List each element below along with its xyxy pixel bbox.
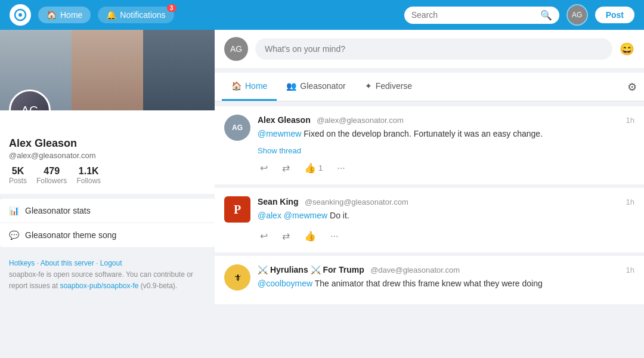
sidebar-item-theme-song[interactable]: 💬 Gleasonator theme song (0, 223, 215, 247)
tab-home[interactable]: 🏠 Home (222, 73, 277, 101)
post-meta-1: Alex Gleason @alex@gleasonator.com (258, 115, 404, 125)
post-item: AG Alex Gleason @alex@gleasonator.com 1h… (215, 106, 644, 184)
repost-button-1[interactable]: ⇄ (280, 160, 292, 176)
home-icon: 🏠 (47, 10, 57, 20)
follows-label: Follows (76, 177, 101, 185)
stat-posts[interactable]: 5K Posts (9, 166, 27, 185)
like-count-1: 1 (318, 163, 323, 172)
post-actions-1: ↩ ⇄ 👍 1 ··· (258, 160, 634, 176)
post-text-1: @mewmew Fixed on the develop branch. For… (258, 128, 634, 140)
more-button-1[interactable]: ··· (335, 161, 347, 176)
chat-icon: 💬 (9, 230, 19, 240)
user-avatar-button[interactable]: AG (566, 4, 588, 26)
fediverse-tab-icon: ✦ (365, 81, 372, 91)
like-button-2[interactable]: 👍 (302, 228, 318, 244)
notifications-badge: 3 (167, 4, 177, 12)
post-avatar-alex[interactable]: AG (224, 115, 250, 141)
post-mention-3[interactable]: @coolboymew (258, 279, 312, 288)
tabs-bar: 🏠 Home 👥 Gleasonator ✦ Fediverse ⚙ (215, 73, 644, 101)
svg-point-1 (18, 13, 22, 17)
gleasonator-tab-label: Gleasonator (300, 81, 345, 91)
chart-icon: 📊 (9, 206, 19, 215)
home-label: Home (60, 10, 82, 20)
post-time-3: 1h (626, 266, 634, 274)
reply-button-1[interactable]: ↩ (258, 160, 270, 176)
post-body-3: ⚔️ Hyrulians ⚔️ For Trump @dave@gleasona… (258, 264, 634, 296)
avatar: AG (568, 5, 587, 24)
followers-value: 479 (36, 166, 67, 177)
more-button-2[interactable]: ··· (328, 229, 340, 244)
tab-gleasonator[interactable]: 👥 Gleasonator (277, 73, 355, 101)
main-content: AG 😄 🏠 Home 👥 Gleasonator ✦ Fediverse ⚙ … (215, 30, 644, 358)
profile-info: Alex Gleason @alex@gleasonator.com 5K Po… (0, 110, 215, 194)
sidebar-item-stats[interactable]: 📊 Gleasonator stats (0, 199, 215, 223)
post-body-text-2: Do it. (330, 211, 349, 220)
post-body-text-1: Fixed on the develop branch. Fortunately… (304, 129, 543, 138)
stat-followers[interactable]: 479 Followers (36, 166, 67, 185)
search-icon: 🔍 (540, 10, 552, 21)
emoji-button[interactable]: 😄 (620, 42, 634, 56)
post-header-2: Sean King @seanking@gleasonator.com 1h (258, 196, 634, 207)
post-mention-2[interactable]: @alex @mewmew (258, 211, 327, 220)
post-avatar-hyrulians[interactable]: 🗡 (224, 264, 250, 291)
post-meta-3: ⚔️ Hyrulians ⚔️ For Trump @dave@gleasona… (258, 264, 460, 275)
footer-suffix: (v0.9-beta). (141, 282, 177, 290)
main-layout: AG Alex Gleason @alex@gleasonator.com 5K… (0, 30, 644, 358)
stats-link-label: Gleasonator stats (25, 206, 91, 215)
about-server-link[interactable]: About this server (41, 259, 94, 267)
banner-photo-3 (143, 30, 215, 110)
posts-label: Posts (9, 177, 27, 185)
bell-icon: 🔔 (106, 10, 116, 20)
post-button[interactable]: Post (595, 7, 634, 23)
post-avatar-sean[interactable]: P (224, 196, 250, 223)
post-item-3: 🗡 ⚔️ Hyrulians ⚔️ For Trump @dave@gleaso… (215, 256, 644, 304)
reply-button-2[interactable]: ↩ (258, 228, 270, 244)
post-item-2: P Sean King @seanking@gleasonator.com 1h… (215, 188, 644, 252)
home-nav-button[interactable]: 🏠 Home (38, 7, 91, 23)
notifications-label: Notifications (120, 10, 165, 20)
banner-photo-2 (72, 30, 143, 110)
sep2: · (96, 259, 100, 267)
like-icon-1: 👍 (304, 162, 316, 174)
post-mention-1[interactable]: @mewmew (258, 129, 301, 138)
posts-value: 5K (9, 166, 27, 177)
avatar-circle: AG (11, 91, 49, 110)
post-handle-3: @dave@gleasonator.com (370, 266, 460, 274)
show-thread-1[interactable]: Show thread (258, 146, 634, 155)
gleasonator-tab-icon: 👥 (286, 81, 296, 91)
profile-name: Alex Gleason (9, 137, 206, 150)
post-body-1: Alex Gleason @alex@gleasonator.com 1h @m… (258, 115, 634, 176)
post-author-3: ⚔️ Hyrulians ⚔️ For Trump (258, 265, 364, 274)
post-author-2: Sean King (258, 197, 298, 206)
like-button-1[interactable]: 👍 1 (302, 160, 325, 176)
home-tab-icon: 🏠 (231, 81, 242, 91)
post-header-1: Alex Gleason @alex@gleasonator.com 1h (258, 115, 634, 125)
post-body-2: Sean King @seanking@gleasonator.com 1h @… (258, 196, 634, 244)
notifications-nav-button[interactable]: 🔔 Notifications 3 (98, 7, 174, 23)
theme-song-link-label: Gleasonator theme song (25, 230, 116, 240)
compose-box: AG 😄 (215, 30, 644, 68)
search-input[interactable] (411, 10, 537, 20)
filter-icon[interactable]: ⚙ (627, 81, 637, 94)
post-text-3: @coolboymew The animator that drew this … (258, 277, 634, 290)
stat-follows[interactable]: 1.1K Follows (76, 166, 101, 185)
soapbox-link[interactable]: soapbox-pub/soapbox-fe (60, 282, 138, 290)
post-header-3: ⚔️ Hyrulians ⚔️ For Trump @dave@gleasona… (258, 264, 634, 275)
profile-stats: 5K Posts 479 Followers 1.1K Follows (9, 166, 206, 185)
repost-button-2[interactable]: ⇄ (280, 228, 292, 244)
post-handle-1: @alex@gleasonator.com (317, 116, 404, 125)
post-body-text-3: The animator that drew this frame knew w… (315, 279, 543, 288)
sidebar-links-card: 📊 Gleasonator stats 💬 Gleasonator theme … (0, 199, 215, 247)
search-box[interactable]: 🔍 (404, 7, 559, 24)
logout-link[interactable]: Logout (100, 259, 122, 267)
hotkeys-link[interactable]: Hotkeys (9, 259, 35, 267)
sidebar: AG Alex Gleason @alex@gleasonator.com 5K… (0, 30, 215, 358)
logo[interactable] (10, 4, 31, 26)
followers-label: Followers (36, 177, 67, 185)
tab-fediverse[interactable]: ✦ Fediverse (355, 73, 422, 101)
fediverse-tab-label: Fediverse (376, 81, 412, 91)
compose-avatar: AG (224, 37, 248, 61)
compose-input[interactable] (255, 38, 612, 60)
profile-banner: AG (0, 30, 215, 110)
post-handle-2: @seanking@gleasonator.com (305, 197, 408, 206)
